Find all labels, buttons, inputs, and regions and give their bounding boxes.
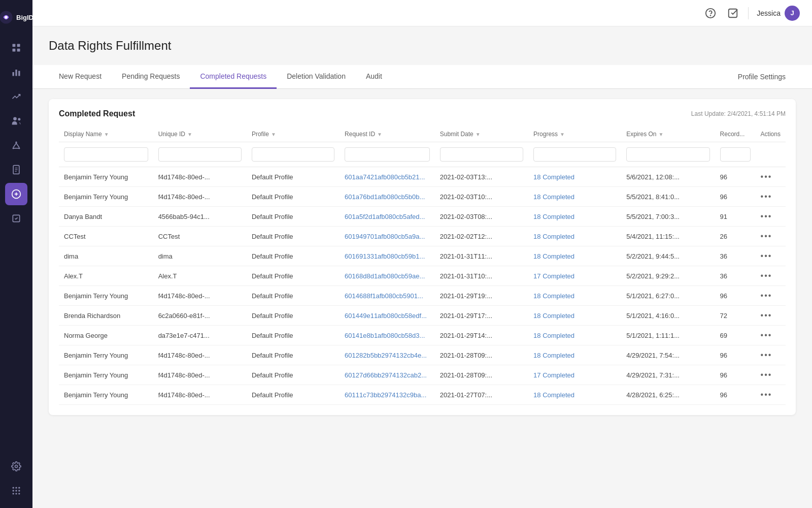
cell-progress[interactable]: 18 Completed [528,167,621,187]
cell-records: 96 [715,286,756,306]
cell-expires-on: 5/1/2021, 1:11:1... [621,326,715,345]
col-header-expires-on[interactable]: Expires On▼ [621,126,715,142]
cell-request-id[interactable]: 60127d66bb2974132cab2... [340,365,435,385]
cell-progress[interactable]: 18 Completed [528,207,621,227]
col-header-submit-date[interactable]: Submit Date▼ [435,126,528,142]
col-header-display-name[interactable]: Display Name▼ [59,126,153,142]
cell-request-id[interactable]: 6014688f1afb080cb5901... [340,286,435,306]
svg-point-27 [15,487,17,489]
svg-rect-6 [13,72,14,76]
sidebar-item-chart[interactable] [5,85,27,108]
cell-actions[interactable]: ••• [756,306,786,326]
cell-progress[interactable]: 18 Completed [528,187,621,207]
cell-request-id[interactable]: 601282b5bb2974132cb4e... [340,345,435,365]
cell-unique-id: dima [153,246,247,266]
cell-request-id[interactable]: 601a5f2d1afb080cb5afed... [340,207,435,227]
cell-expires-on: 4/28/2021, 6:25:... [621,385,715,405]
cell-display-name: Danya Bandt [59,207,153,227]
cell-request-id[interactable]: 60141e8b1afb080cb58d3... [340,326,435,345]
col-header-records[interactable]: Record... [715,126,756,142]
tab-deletion-validation[interactable]: Deletion Validation [277,65,356,89]
col-header-request-id[interactable]: Request ID▼ [340,126,435,142]
filter-progress[interactable] [533,147,616,162]
svg-point-32 [13,493,14,494]
notifications-icon[interactable] [726,6,740,20]
cell-profile: Default Profile [247,207,340,227]
tab-new-request[interactable]: New Request [49,65,112,89]
table-row: Norma George da73e1e7-c471... Default Pr… [59,326,786,345]
cell-display-name: Brenda Richardson [59,306,153,326]
col-header-unique-id[interactable]: Unique ID▼ [153,126,247,142]
svg-point-34 [18,493,20,494]
cell-actions[interactable]: ••• [756,345,786,365]
cell-progress[interactable]: 18 Completed [528,326,621,345]
user-menu[interactable]: Jessica J [757,6,800,21]
cell-request-id[interactable]: 601a76bd1afb080cb5b0b... [340,187,435,207]
filter-unique-id[interactable] [158,147,242,162]
filter-expires-on[interactable] [626,147,709,162]
filter-request-id[interactable] [345,147,430,162]
cell-progress[interactable]: 18 Completed [528,345,621,365]
cell-request-id[interactable]: 60168d8d1afb080cb59ae... [340,266,435,286]
cell-actions[interactable]: ••• [756,286,786,306]
sidebar-item-users[interactable] [5,110,27,132]
cell-display-name: Benjamin Terry Young [59,345,153,365]
tab-pending-requests[interactable]: Pending Requests [112,65,190,89]
tab-audit[interactable]: Audit [356,65,392,89]
cell-request-id[interactable]: 601691331afb080cb59b1... [340,246,435,266]
col-header-progress[interactable]: Progress▼ [528,126,621,142]
app-logo[interactable]: BigID [0,6,38,28]
cell-actions[interactable]: ••• [756,326,786,345]
cell-actions[interactable]: ••• [756,227,786,246]
completed-requests-table: Display Name▼ Unique ID▼ Profile▼ Reques… [59,126,786,405]
cell-submit-date: 2021-02-03T08:... [435,207,528,227]
sidebar-item-tasks[interactable] [5,207,27,230]
cell-progress[interactable]: 18 Completed [528,385,621,405]
cell-actions[interactable]: ••• [756,365,786,385]
sidebar-item-analytics[interactable] [5,61,27,83]
cell-actions[interactable]: ••• [756,167,786,187]
cell-submit-date: 2021-01-28T09:... [435,365,528,385]
cell-progress[interactable]: 17 Completed [528,266,621,286]
cell-actions[interactable]: ••• [756,266,786,286]
filter-display-name[interactable] [64,147,148,162]
cell-progress[interactable]: 18 Completed [528,227,621,246]
table-row: Benjamin Terry Young f4d1748c-80ed-... D… [59,187,786,207]
sidebar-item-dashboard[interactable] [5,37,27,59]
cell-actions[interactable]: ••• [756,385,786,405]
tab-completed-requests[interactable]: Completed Requests [190,65,277,89]
app-logo-text: BigID [16,14,33,21]
cell-submit-date: 2021-02-03T10:... [435,187,528,207]
cell-submit-date: 2021-01-31T11:... [435,246,528,266]
filter-submit-date[interactable] [440,147,523,162]
cell-profile: Default Profile [247,286,340,306]
cell-unique-id: da73e1e7-c471... [153,326,247,345]
cell-request-id[interactable]: 601949701afb080cb5a9a... [340,227,435,246]
svg-point-25 [15,465,18,468]
cell-request-id[interactable]: 601aa7421afb080cb5b21... [340,167,435,187]
help-icon[interactable] [703,6,718,20]
table-row: CCTest CCTest Default Profile 601949701a… [59,227,786,246]
svg-rect-5 [17,49,20,52]
filter-records[interactable] [720,147,751,162]
filter-profile[interactable] [252,147,334,162]
cell-progress[interactable]: 18 Completed [528,246,621,266]
tab-profile-settings[interactable]: Profile Settings [728,66,796,88]
cell-progress[interactable]: 18 Completed [528,306,621,326]
sidebar-item-drf[interactable] [5,183,27,205]
sidebar-item-reports[interactable] [5,158,27,181]
cell-request-id[interactable]: 601449e11afb080cb58edf... [340,306,435,326]
cell-progress[interactable]: 18 Completed [528,286,621,306]
cell-expires-on: 5/2/2021, 9:29:2... [621,266,715,286]
sidebar-item-apps[interactable] [5,480,27,502]
cell-actions[interactable]: ••• [756,207,786,227]
cell-request-id[interactable]: 60111c73bb2974132c9ba... [340,385,435,405]
cell-progress[interactable]: 17 Completed [528,365,621,385]
cell-actions[interactable]: ••• [756,246,786,266]
sidebar-item-settings[interactable] [5,455,27,478]
col-header-profile[interactable]: Profile▼ [247,126,340,142]
cell-profile: Default Profile [247,306,340,326]
cell-profile: Default Profile [247,167,340,187]
sidebar-item-connections[interactable] [5,134,27,156]
cell-actions[interactable]: ••• [756,187,786,207]
